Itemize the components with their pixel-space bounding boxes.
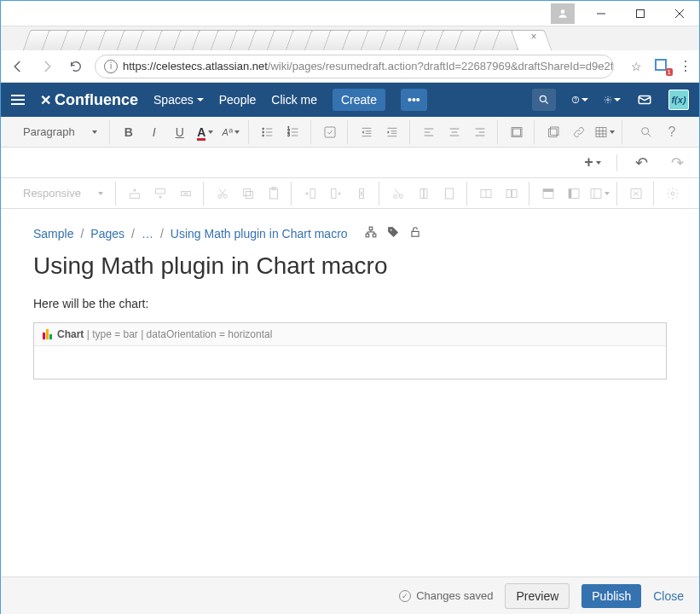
table-settings-button <box>661 182 685 206</box>
align-right-button[interactable] <box>468 120 492 144</box>
page-layout-button[interactable] <box>505 120 529 144</box>
breadcrumb: Sample / Pages / … / Using Math plugin i… <box>33 226 667 240</box>
indent-button[interactable] <box>380 120 404 144</box>
confluence-logo[interactable]: ✕Confluence <box>40 91 138 109</box>
italic-button[interactable]: I <box>142 120 166 144</box>
check-icon: ✓ <box>399 590 411 602</box>
delete-table-button <box>624 182 648 206</box>
app-menu-button[interactable] <box>11 95 25 105</box>
labels-icon[interactable] <box>387 226 399 240</box>
editor-content[interactable]: Sample / Pages / … / Using Math plugin i… <box>1 209 699 577</box>
undo-button[interactable]: ↶ <box>629 151 653 175</box>
help-button[interactable] <box>571 91 588 108</box>
responsive-select[interactable]: Responsive <box>16 187 110 200</box>
svg-rect-106 <box>412 231 419 236</box>
cut-col-button <box>386 182 410 206</box>
bookmark-star-icon[interactable]: ☆ <box>626 56 646 77</box>
breadcrumb-ellipsis[interactable]: … <box>142 227 153 240</box>
save-status: ✓Changes saved <box>399 589 493 602</box>
tab-close-icon[interactable]: × <box>514 31 547 43</box>
align-left-button[interactable] <box>417 120 441 144</box>
paragraph-style-select[interactable]: Paragraph <box>16 125 104 138</box>
notifications-button[interactable] <box>636 91 653 108</box>
breadcrumb-sample[interactable]: Sample <box>33 227 73 240</box>
nav-people[interactable]: People <box>219 93 257 107</box>
link-button[interactable] <box>567 120 591 144</box>
publish-button[interactable]: Publish <box>581 584 641 608</box>
url-host: https://celestecs.atlassian.net <box>123 60 268 72</box>
window-minimize-button[interactable] <box>581 1 621 26</box>
table-button[interactable] <box>593 120 616 144</box>
svg-point-78 <box>394 194 397 198</box>
paste-row-button <box>262 182 286 206</box>
col-left-button <box>298 182 322 206</box>
caret-down-icon <box>197 98 204 101</box>
svg-point-13 <box>262 131 263 133</box>
forward-button <box>37 56 57 77</box>
task-list-button[interactable] <box>318 120 342 144</box>
header-col-button <box>562 182 586 206</box>
caret-down-icon <box>208 130 213 134</box>
caret-down-icon <box>610 130 615 134</box>
svg-rect-2 <box>637 9 645 17</box>
find-button[interactable] <box>634 120 658 144</box>
svg-point-105 <box>390 229 391 231</box>
text-color-button[interactable]: A <box>194 120 217 144</box>
caret-down-icon <box>605 192 610 195</box>
editor-toolbar-2: + ↶ ↷ <box>1 148 699 178</box>
cut-row-button <box>211 182 234 206</box>
window-titlebar <box>1 1 699 26</box>
reload-button[interactable] <box>66 56 86 77</box>
create-more-button[interactable]: ••• <box>401 89 427 111</box>
insert-button[interactable]: + <box>581 151 605 175</box>
breadcrumb-current[interactable]: Using Math plugin in Chart macro <box>171 227 348 240</box>
help-editor-button[interactable]: ? <box>660 120 684 144</box>
underline-button[interactable]: U <box>168 120 192 144</box>
page-title[interactable]: Using Math plugin in Chart macro <box>33 252 667 280</box>
page-body-text[interactable]: Here will be the chart: <box>33 297 667 310</box>
chart-macro[interactable]: Chart | type = bar | dataOrientation = h… <box>33 322 667 379</box>
svg-rect-82 <box>424 188 427 198</box>
numbered-list-button[interactable]: 123 <box>281 120 305 144</box>
search-button[interactable] <box>532 89 556 111</box>
svg-line-80 <box>395 188 400 194</box>
svg-point-5 <box>540 96 546 101</box>
chrome-user-icon[interactable] <box>551 3 575 24</box>
svg-text:3: 3 <box>287 133 290 137</box>
back-button[interactable] <box>8 56 28 77</box>
url-input[interactable]: i https://celestecs.atlassian.net/wiki/p… <box>95 55 614 78</box>
redo-button[interactable]: ↷ <box>665 151 689 175</box>
page-tree-icon[interactable] <box>365 226 377 240</box>
browser-menu-button[interactable]: ⋮ <box>679 58 692 74</box>
app-switcher-icon[interactable]: f(x) <box>668 90 689 110</box>
outdent-button[interactable] <box>355 120 379 144</box>
nav-spaces[interactable]: Spaces <box>153 93 204 107</box>
bold-button[interactable]: B <box>117 120 141 144</box>
align-center-button[interactable] <box>443 120 466 144</box>
create-button[interactable]: Create <box>333 89 385 111</box>
window-maximize-button[interactable] <box>621 1 660 26</box>
split-cells-button <box>500 182 524 206</box>
window-close-button[interactable] <box>660 1 699 26</box>
settings-button[interactable] <box>604 91 621 108</box>
svg-rect-23 <box>325 127 335 137</box>
bullet-list-button[interactable] <box>256 120 280 144</box>
svg-point-15 <box>262 135 263 136</box>
preview-button[interactable]: Preview <box>505 583 570 609</box>
breadcrumb-pages[interactable]: Pages <box>90 227 124 240</box>
close-button[interactable]: Close <box>653 589 684 603</box>
nav-clickme[interactable]: Click me <box>271 93 317 107</box>
site-info-icon[interactable]: i <box>104 60 118 73</box>
macro-body[interactable] <box>34 346 666 379</box>
macro-name: Chart <box>57 328 84 340</box>
header-row-button <box>536 182 560 206</box>
svg-point-97 <box>671 192 674 195</box>
extension-icon[interactable]: 1 <box>655 59 670 74</box>
svg-point-9 <box>607 99 610 101</box>
files-button[interactable] <box>541 120 565 144</box>
svg-rect-45 <box>596 127 606 136</box>
more-formatting-button[interactable]: Aᵃ <box>219 120 243 144</box>
browser-tab-active[interactable]: × <box>511 30 552 50</box>
svg-rect-72 <box>332 188 336 198</box>
restrictions-icon[interactable] <box>409 226 421 240</box>
